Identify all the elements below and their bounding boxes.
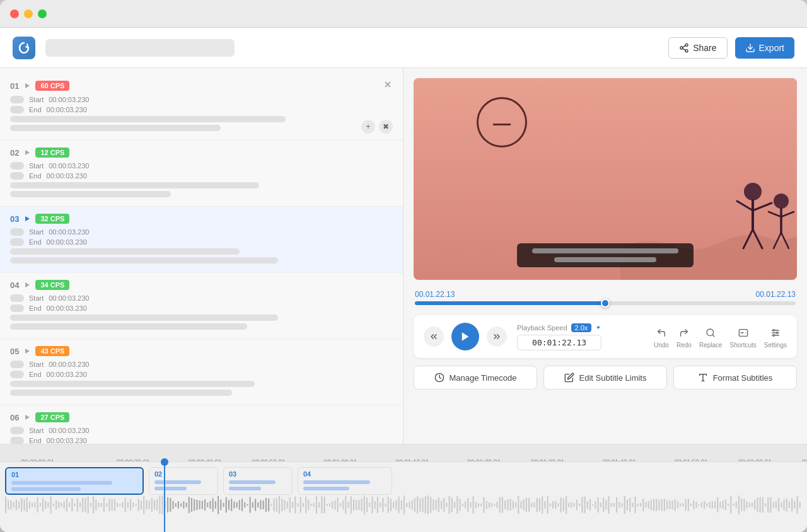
subtitle-play-icon[interactable]: [24, 345, 30, 357]
svg-rect-226: [491, 503, 492, 507]
start-label: Start: [29, 162, 44, 170]
svg-rect-96: [146, 500, 147, 510]
fast-forward-button[interactable]: [487, 327, 507, 347]
svg-rect-310: [714, 501, 716, 508]
right-panel: 00.01.22.13 00.01.22.13: [404, 68, 807, 444]
replace-group[interactable]: Replace: [699, 325, 723, 349]
delete-subtitle-button[interactable]: ✖: [379, 120, 393, 134]
rewind-button[interactable]: [424, 327, 444, 347]
svg-rect-319: [738, 495, 740, 514]
timeline-track-item[interactable]: 03: [223, 467, 293, 495]
start-toggle[interactable]: [10, 294, 24, 302]
subtitle-play-icon[interactable]: [24, 147, 30, 158]
subtitle-play-icon[interactable]: [24, 80, 30, 91]
undo-group[interactable]: Undo: [654, 325, 669, 349]
video-progress-handle[interactable]: [601, 299, 610, 308]
shortcuts-group[interactable]: Shortcuts: [730, 325, 757, 349]
end-toggle[interactable]: [10, 304, 24, 312]
share-icon: [679, 43, 689, 53]
timeline-track-item[interactable]: 01: [5, 467, 144, 495]
redo-group[interactable]: Redo: [676, 325, 692, 349]
subtitle-item[interactable]: 02 12 CPSStart00:00:03.230End00:00:03.23…: [0, 141, 403, 207]
svg-rect-135: [250, 497, 251, 513]
svg-rect-129: [233, 501, 235, 508]
replace-label: Replace: [699, 342, 723, 349]
svg-rect-79: [101, 503, 102, 507]
subtitle-play-icon[interactable]: [24, 279, 30, 291]
timeline-content[interactable]: 01020304: [0, 462, 807, 532]
project-title-bar[interactable]: [45, 39, 235, 57]
svg-rect-57: [42, 498, 44, 511]
subtitle-item[interactable]: 04 34 CPSStart00:00:03.230End00:00:03.23…: [0, 273, 403, 339]
settings-group[interactable]: Settings: [764, 325, 787, 349]
subtitle-item[interactable]: 01 60 CPS Start00:00:03.230End00:00:03.2…: [0, 73, 403, 141]
end-toggle[interactable]: [10, 106, 24, 113]
end-toggle[interactable]: [10, 172, 24, 180]
start-toggle[interactable]: [10, 427, 24, 434]
svg-rect-246: [544, 501, 545, 509]
subtitle-text-line-1: [10, 248, 240, 255]
start-toggle[interactable]: [10, 361, 24, 368]
maximize-button[interactable]: [38, 9, 47, 18]
close-icon[interactable]: [383, 79, 393, 92]
svg-rect-186: [385, 504, 386, 507]
manage-timecode-label: Manage Timecode: [450, 373, 517, 383]
svg-rect-231: [504, 500, 506, 509]
svg-rect-109: [180, 503, 182, 506]
end-toggle[interactable]: [10, 238, 24, 246]
svg-rect-224: [486, 500, 487, 509]
share-button[interactable]: Share: [668, 37, 727, 59]
export-button[interactable]: Export: [735, 37, 794, 59]
edit-subtitle-limits-button[interactable]: Edit Subtitle Limits: [543, 366, 667, 390]
end-toggle[interactable]: [10, 437, 24, 444]
subtitle-item[interactable]: 06 27 CPSStart00:00:03.230End00:00:03.23…: [0, 405, 403, 444]
cps-badge: 12 CPS: [35, 147, 69, 158]
subtitle-list[interactable]: 01 60 CPS Start00:00:03.230End00:00:03.2…: [0, 68, 404, 444]
svg-rect-62: [55, 500, 57, 510]
timeline-playhead[interactable]: [164, 462, 165, 532]
start-label: Start: [29, 294, 44, 302]
svg-rect-285: [648, 501, 649, 508]
svg-rect-229: [499, 497, 501, 513]
svg-rect-159: [313, 503, 315, 507]
minimize-button[interactable]: [24, 9, 33, 18]
format-subtitles-button[interactable]: Format Subtitles: [673, 366, 797, 390]
video-progress-bar[interactable]: [415, 301, 796, 305]
start-time-row: Start00:00:03.230: [10, 361, 393, 368]
svg-rect-230: [502, 497, 503, 513]
timeline-track-item[interactable]: 02: [149, 467, 218, 495]
svg-point-37: [773, 329, 775, 331]
svg-rect-271: [611, 503, 612, 507]
timeline-track-item[interactable]: 04: [298, 467, 392, 495]
replace-icon: [703, 325, 718, 340]
start-toggle[interactable]: [10, 228, 24, 236]
svg-rect-76: [93, 496, 94, 513]
add-subtitle-button[interactable]: +: [361, 120, 375, 134]
track-number: 02: [154, 470, 212, 478]
svg-rect-181: [371, 497, 373, 514]
undo-svg: [656, 328, 666, 338]
manage-timecode-button[interactable]: Manage Timecode: [414, 366, 537, 390]
end-toggle[interactable]: [10, 371, 24, 378]
subtitle-play-icon[interactable]: [24, 412, 30, 423]
end-time: 00:00:03.230: [47, 304, 87, 312]
svg-rect-139: [260, 500, 261, 509]
subtitle-item[interactable]: 05 43 CPSStart00:00:03.230End00:00:03.23…: [0, 339, 403, 405]
svg-rect-303: [695, 502, 697, 508]
close-button[interactable]: [10, 9, 19, 18]
play-button[interactable]: [451, 323, 479, 350]
svg-rect-75: [90, 503, 91, 507]
svg-point-21: [774, 194, 789, 209]
svg-rect-326: [757, 498, 758, 512]
svg-rect-71: [79, 502, 81, 507]
svg-rect-232: [507, 499, 508, 511]
subtitle-play-icon[interactable]: [24, 213, 30, 224]
start-toggle[interactable]: [10, 96, 24, 103]
svg-rect-152: [294, 496, 296, 513]
start-toggle[interactable]: [10, 162, 24, 170]
svg-rect-44: [8, 500, 9, 510]
svg-rect-200: [422, 498, 423, 512]
svg-rect-64: [61, 503, 62, 507]
svg-line-4: [683, 45, 686, 47]
subtitle-item[interactable]: 03 32 CPSStart00:00:03.230End00:00:03.23…: [0, 207, 403, 273]
